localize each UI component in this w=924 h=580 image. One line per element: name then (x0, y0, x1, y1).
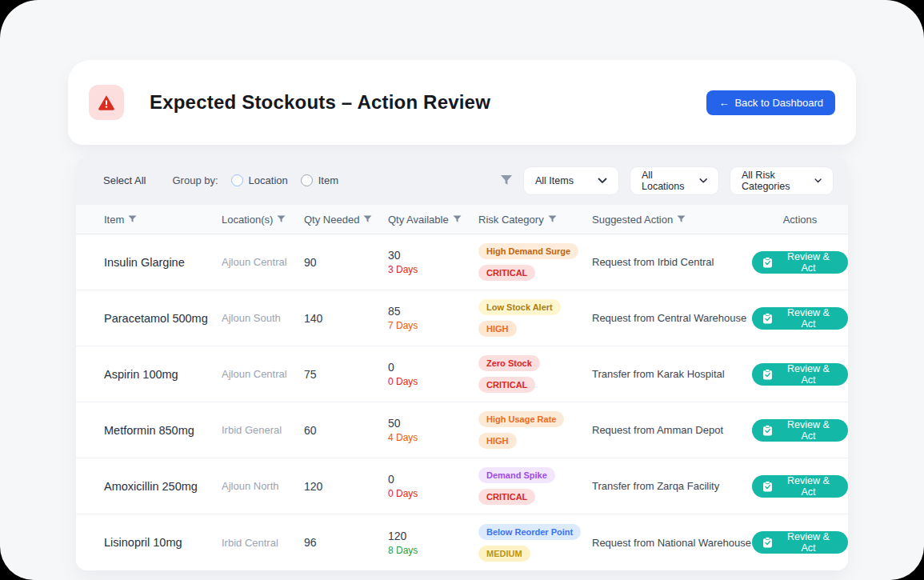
column-label: Item (104, 214, 124, 226)
qty-needed-value: 60 (304, 424, 388, 437)
days-remaining: 0 Days (388, 488, 478, 499)
clipboard-check-icon (762, 313, 773, 324)
table-row: Insulin Glargine Ajloun Central 90 30 3 … (76, 234, 848, 290)
table-row: Amoxicillin 250mg Ajloun North 120 0 0 D… (76, 458, 848, 514)
column-header-suggested-action[interactable]: Suggested Action (592, 214, 752, 226)
clipboard-check-icon (762, 481, 773, 492)
column-label: Actions (783, 214, 818, 226)
item-name: Insulin Glargine (104, 256, 222, 269)
review-button-label: Review & Act (779, 363, 838, 386)
page-title: Expected Stockouts – Action Review (150, 91, 490, 114)
suggested-action-text: Transfer from Zarqa Facility (592, 480, 752, 492)
risk-tag-badge: Low Stock Alert (478, 299, 561, 315)
qty-available-value: 30 (388, 249, 478, 262)
column-header-item[interactable]: Item (104, 214, 222, 226)
qty-needed-value: 90 (304, 256, 388, 269)
stockouts-page: Expected Stockouts – Action Review ← Bac… (0, 0, 924, 580)
chevron-down-icon (699, 178, 707, 184)
column-header-location[interactable]: Location(s) (222, 214, 304, 226)
review-and-act-button[interactable]: Review & Act (752, 531, 848, 554)
item-name: Lisinopril 10mg (104, 536, 222, 549)
risk-level-badge: CRITICAL (478, 489, 535, 505)
suggested-action-text: Request from Central Warehouse (592, 312, 752, 324)
column-filter-icon (363, 215, 372, 223)
column-label: Location(s) (222, 214, 273, 226)
risk-filter-value: All Risk Categories (742, 170, 806, 192)
clipboard-check-icon (762, 257, 773, 268)
column-filter-icon (677, 215, 686, 223)
group-by-item-label: Item (318, 174, 338, 186)
group-by-location-label: Location (249, 174, 288, 186)
column-header-qty-needed[interactable]: Qty Needed (304, 214, 388, 226)
table-row: Metformin 850mg Irbid General 60 50 4 Da… (76, 402, 848, 458)
items-filter-dropdown[interactable]: All Items (523, 166, 619, 195)
column-header-actions: Actions (752, 214, 848, 226)
group-by-location-radio[interactable]: Location (231, 174, 288, 186)
radio-circle-icon (301, 174, 313, 186)
back-button-label: Back to Dashboard (734, 97, 823, 109)
review-button-label: Review & Act (779, 475, 838, 498)
review-button-label: Review & Act (779, 251, 838, 274)
risk-level-badge: HIGH (478, 321, 517, 337)
column-label: Suggested Action (592, 214, 673, 226)
back-to-dashboard-button[interactable]: ← Back to Dashboard (706, 90, 835, 115)
table-row: Paracetamol 500mg Ajloun South 140 85 7 … (76, 290, 848, 346)
suggested-action-text: Transfer from Karak Hospital (592, 368, 752, 380)
column-filter-icon (453, 215, 462, 223)
review-and-act-button[interactable]: Review & Act (752, 251, 848, 274)
qty-available-value: 120 (388, 530, 478, 542)
location-text: Ajloun Central (222, 368, 304, 380)
column-header-risk-category[interactable]: Risk Category (478, 214, 592, 226)
qty-available-value: 0 (388, 473, 478, 486)
risk-tag-badge: Demand Spike (478, 467, 555, 483)
item-name: Aspirin 100mg (104, 368, 222, 381)
location-text: Ajloun North (222, 480, 304, 492)
chevron-down-icon (814, 178, 822, 184)
risk-level-badge: HIGH (478, 433, 517, 449)
warning-triangle-icon (97, 93, 116, 112)
review-and-act-button[interactable]: Review & Act (752, 363, 848, 386)
table-header-row: Item Location(s) Qty Needed Qty Availabl… (76, 205, 848, 234)
column-filter-icon (548, 215, 557, 223)
suggested-action-text: Request from Amman Depot (592, 424, 752, 436)
days-remaining: 7 Days (388, 320, 478, 331)
review-and-act-button[interactable]: Review & Act (752, 419, 848, 442)
suggested-action-text: Request from Irbid Central (592, 256, 752, 268)
table-row: Aspirin 100mg Ajloun Central 75 0 0 Days… (76, 346, 848, 402)
clipboard-check-icon (762, 369, 773, 380)
filter-funnel-icon[interactable] (500, 174, 513, 186)
risk-level-badge: CRITICAL (478, 377, 535, 393)
stockouts-table-card: Select All Group by: Location Item All I… (76, 156, 848, 570)
group-by-item-radio[interactable]: Item (301, 174, 338, 186)
group-by-label: Group by: (172, 174, 218, 186)
review-and-act-button[interactable]: Review & Act (752, 307, 848, 330)
review-and-act-button[interactable]: Review & Act (752, 475, 848, 498)
table-row: Lisinopril 10mg Irbid Central 96 120 8 D… (76, 514, 848, 570)
column-filter-icon (277, 215, 286, 223)
qty-needed-value: 96 (304, 536, 388, 549)
table-toolbar: Select All Group by: Location Item All I… (76, 156, 848, 205)
location-text: Ajloun Central (222, 256, 304, 268)
item-name: Paracetamol 500mg (104, 312, 222, 325)
clipboard-check-icon (762, 537, 773, 548)
days-remaining: 8 Days (388, 545, 478, 556)
review-button-label: Review & Act (779, 419, 838, 442)
page-header: Expected Stockouts – Action Review ← Bac… (68, 60, 856, 145)
chevron-down-icon (598, 178, 607, 184)
risk-level-badge: CRITICAL (478, 265, 535, 281)
radio-circle-icon (231, 174, 243, 186)
risk-tag-badge: Below Reorder Point (478, 524, 581, 540)
review-button-label: Review & Act (779, 307, 838, 330)
select-all-button[interactable]: Select All (103, 174, 146, 186)
risk-categories-filter-dropdown[interactable]: All Risk Categories (730, 166, 834, 195)
column-label: Qty Needed (304, 214, 359, 226)
location-text: Irbid General (222, 424, 304, 436)
days-remaining: 0 Days (388, 376, 478, 387)
qty-needed-value: 140 (304, 312, 388, 325)
column-header-qty-available[interactable]: Qty Available (388, 214, 478, 226)
days-remaining: 4 Days (388, 432, 478, 443)
column-label: Risk Category (478, 214, 544, 226)
locations-filter-dropdown[interactable]: All Locations (630, 166, 719, 195)
days-remaining: 3 Days (388, 264, 478, 275)
item-name: Amoxicillin 250mg (104, 480, 222, 493)
